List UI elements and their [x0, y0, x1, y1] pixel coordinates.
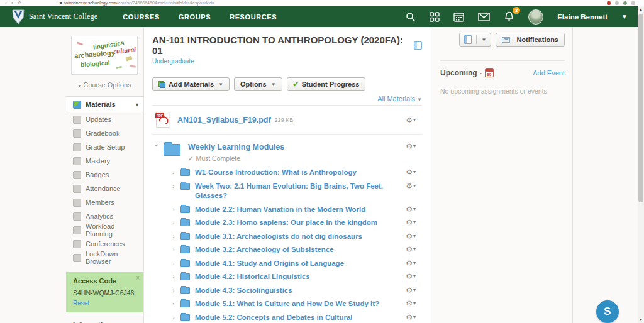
- chevron-down-icon[interactable]: ▾: [136, 102, 138, 107]
- gear-dropdown-icon[interactable]: ⚙▾: [406, 205, 416, 213]
- module-folder-link[interactable]: Week Two: 2.1 Human Evolution: Big Brain…: [195, 182, 422, 201]
- browser-back-icon[interactable]: ‹: [5, 1, 6, 6]
- syllabus-file-link[interactable]: AN101_Syllabus_F19.pdf: [177, 116, 271, 124]
- user-avatar[interactable]: [528, 9, 543, 25]
- scroll-up-arrow-icon[interactable]: ▲: [638, 6, 644, 13]
- gear-dropdown-icon[interactable]: ⚙▾: [406, 143, 416, 150]
- url-bar[interactable]: ■ saintvincent.schoology.com/course/2466…: [60, 1, 214, 5]
- sidebar-item-attendance[interactable]: Attendance ▾: [66, 182, 143, 195]
- sidebar-item-conferences[interactable]: Conferences ▾: [66, 237, 143, 251]
- folder-icon[interactable]: [180, 183, 190, 190]
- weekly-modules-folder-link[interactable]: Weekly Learning Modules: [188, 143, 284, 151]
- messages-icon[interactable]: [478, 13, 490, 21]
- student-progress-button[interactable]: ✔ Student Progress: [287, 77, 366, 91]
- gear-dropdown-icon[interactable]: ⚙▾: [406, 273, 416, 280]
- chevron-right-icon[interactable]: ›: [172, 233, 180, 240]
- course-profile-icon[interactable]: [414, 41, 422, 50]
- gear-dropdown-icon[interactable]: ⚙▾: [406, 219, 416, 226]
- upcoming-calendar-icon[interactable]: 30: [485, 68, 494, 77]
- folder-icon[interactable]: [164, 144, 180, 156]
- gear-dropdown-icon[interactable]: ⚙▾: [406, 287, 416, 294]
- sidebar-item-members[interactable]: Members ▾: [66, 195, 143, 209]
- folder-icon[interactable]: [180, 260, 190, 267]
- browser-refresh-icon[interactable]: ⟳: [18, 1, 22, 6]
- all-materials-filter[interactable]: All Materials▼: [377, 95, 422, 102]
- browser-forward-icon[interactable]: ›: [11, 1, 13, 6]
- extension-icon[interactable]: [615, 1, 619, 5]
- nav-resources[interactable]: RESOURCES: [230, 13, 277, 21]
- chevron-right-icon[interactable]: ›: [172, 246, 180, 253]
- calendar-icon[interactable]: [453, 12, 464, 22]
- chevron-right-icon[interactable]: ›: [172, 314, 180, 321]
- folder-icon[interactable]: [180, 169, 190, 176]
- access-code-reset-link[interactable]: Reset: [73, 300, 138, 307]
- gear-dropdown-icon[interactable]: ⚙▾: [406, 116, 416, 124]
- course-dashboard-button[interactable]: ▼: [459, 33, 491, 47]
- chevron-right-icon[interactable]: ›: [172, 300, 180, 307]
- module-folder-link[interactable]: Module 4.1: Study and Origins of Languag…: [195, 259, 370, 269]
- module-folder-link[interactable]: W1-Course Introduction: What is Anthropo…: [195, 168, 383, 178]
- sidebar-item-badges[interactable]: Badges ▾: [66, 168, 143, 182]
- sidebar-item-workload-planning[interactable]: Workload Planning ▾: [66, 223, 143, 237]
- options-button[interactable]: Options ▼: [234, 77, 282, 91]
- search-icon[interactable]: [406, 12, 416, 22]
- chevron-right-icon[interactable]: ›: [172, 205, 180, 213]
- chevron-right-icon[interactable]: ›: [172, 260, 180, 267]
- chevron-right-icon[interactable]: ›: [172, 219, 180, 226]
- nav-groups[interactable]: GROUPS: [179, 13, 211, 21]
- sidebar-item-analytics[interactable]: Analytics ▾: [66, 209, 143, 223]
- nav-courses[interactable]: COURSES: [123, 13, 160, 21]
- sidebar-item-materials[interactable]: Materials ▾: [66, 96, 143, 112]
- gear-dropdown-icon[interactable]: ⚙▾: [406, 300, 416, 307]
- module-folder-link[interactable]: Module 5.1: What is Culture and How Do W…: [195, 299, 406, 309]
- folder-icon[interactable]: [180, 219, 190, 226]
- extension-icon[interactable]: [607, 1, 611, 5]
- module-folder-link[interactable]: Module 4.3: Sociolinguistics: [195, 286, 319, 296]
- gear-dropdown-icon[interactable]: ⚙▾: [406, 260, 416, 267]
- module-folder-link[interactable]: Module 3.1: Archaeologists do not dig di…: [195, 232, 389, 242]
- chevron-right-icon[interactable]: ›: [172, 182, 180, 190]
- folder-icon[interactable]: [180, 233, 190, 240]
- browser-menu-icon[interactable]: [631, 1, 635, 5]
- gear-dropdown-icon[interactable]: ⚙▾: [406, 168, 416, 176]
- school-brand[interactable]: Saint Vincent College: [11, 9, 97, 25]
- notifications-bell-icon[interactable]: 3: [504, 11, 514, 22]
- course-profile-image[interactable]: linguistics cultural archaeology biologi…: [71, 36, 138, 75]
- add-materials-button[interactable]: Add Materials ▼: [152, 77, 230, 91]
- module-folder-link[interactable]: Module 4.2: Historical Linguistics: [195, 272, 336, 282]
- chevron-right-icon[interactable]: ›: [172, 273, 180, 280]
- sidebar-item-updates[interactable]: Updates ▾: [66, 112, 143, 126]
- chevron-right-icon[interactable]: ›: [172, 168, 180, 176]
- folder-icon[interactable]: [180, 314, 190, 321]
- module-folder-link[interactable]: Module 5.2: Concepts and Debates in Cult…: [195, 313, 422, 323]
- gear-dropdown-icon[interactable]: ⚙▾: [406, 246, 416, 253]
- sidebar-item-grade-setup[interactable]: Grade Setup ▾: [66, 140, 143, 154]
- notifications-button[interactable]: Notifications: [496, 33, 565, 47]
- folder-icon[interactable]: [180, 287, 190, 294]
- sidebar-item-gradebook[interactable]: Gradebook ▾: [66, 126, 143, 140]
- folder-icon[interactable]: [180, 273, 190, 280]
- course-options-toggle[interactable]: ▾Course Options: [66, 81, 143, 89]
- module-folder-link[interactable]: Module 2.2: Human Variation in the Moder…: [195, 205, 392, 215]
- scroll-down-arrow-icon[interactable]: ▼: [638, 317, 644, 323]
- browser-profile-icon[interactable]: [623, 1, 627, 5]
- sidebar-item-mastery[interactable]: Mastery ▾: [66, 154, 143, 168]
- user-name[interactable]: Elaine Bennett: [557, 13, 608, 21]
- sidebar-item-lockdown-browser[interactable]: LockDown Browser ▾: [66, 251, 143, 265]
- chevron-right-icon[interactable]: ›: [172, 287, 180, 294]
- chevron-down-icon[interactable]: ›: [152, 144, 161, 153]
- module-folder-link[interactable]: Module 3.2: Archaeology of Subsistence: [195, 245, 360, 255]
- scrollbar-thumb[interactable]: [638, 14, 643, 202]
- schoology-support-widget[interactable]: S: [596, 300, 619, 323]
- gear-dropdown-icon[interactable]: ⚙▾: [406, 314, 416, 321]
- folder-icon[interactable]: [180, 300, 190, 307]
- folder-icon[interactable]: [180, 206, 190, 213]
- close-icon[interactable]: ×: [136, 275, 140, 282]
- page-scrollbar[interactable]: ▲ ▼: [638, 6, 644, 323]
- gear-dropdown-icon[interactable]: ⚙▾: [406, 233, 416, 240]
- folder-icon[interactable]: [180, 246, 190, 253]
- apps-grid-icon[interactable]: [430, 12, 440, 22]
- chevron-down-icon[interactable]: ▼: [621, 13, 628, 20]
- add-event-link[interactable]: Add Event: [533, 69, 565, 77]
- module-folder-link[interactable]: Module 2.3: Homo sapiens: Our place in t…: [195, 218, 404, 228]
